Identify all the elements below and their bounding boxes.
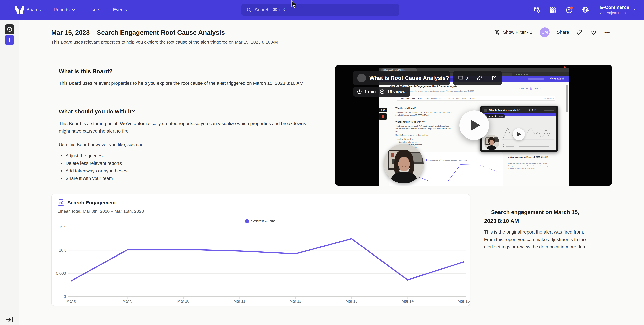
mixpanel-logo-icon[interactable] [15, 6, 24, 15]
nested-video-frame: What is Root Cause Analysis? ▭ 0 ⧉ ⇱ 18 … [480, 106, 558, 152]
chevron-down-icon [633, 8, 638, 12]
nav-item-label: Events [113, 7, 127, 12]
project-switcher[interactable]: E-Commerce All Project Data [600, 0, 638, 20]
video-open-external-icon[interactable] [491, 75, 497, 81]
mini-annotation-body: This is the original report the alert wa… [508, 162, 549, 170]
nested-webcam-bubble [484, 135, 499, 150]
search-shortcut: ⌘ + K [273, 7, 286, 12]
svg-text:Mar 10: Mar 10 [177, 299, 190, 303]
svg-text:5,000: 5,000 [56, 271, 66, 276]
filter-plus-icon [494, 29, 500, 35]
svg-text:15K: 15K [59, 225, 66, 229]
video-title: What is Root Cause Analysis? [370, 75, 449, 81]
sidebar-divider [0, 312, 19, 312]
expand-sidebar-icon[interactable] [5, 316, 14, 325]
section-heading: What should you do with it? [59, 108, 135, 115]
more-options-button[interactable]: ••• [604, 30, 610, 35]
favorite-heart-icon[interactable] [590, 29, 597, 35]
search-input[interactable]: Search ⌘ + K [242, 4, 399, 16]
nav-item-label: Boards [26, 7, 41, 12]
show-filter-label: Show Filter • 1 [503, 30, 532, 35]
share-button[interactable]: Share [557, 30, 569, 35]
nav-item-label: Reports [54, 7, 70, 12]
video-duration: 1 min [364, 89, 376, 94]
svg-text:?: ? [568, 8, 570, 12]
list-intro: Use this Board however you like, such as… [59, 141, 145, 148]
search-placeholder: Search [255, 7, 270, 12]
board-header-controls: Show Filter • 1 CM Share ••• [494, 27, 610, 38]
nav-item-reports[interactable]: Reports [54, 7, 76, 12]
nav-item-users[interactable]: Users [88, 7, 100, 12]
list-item: Add takeaways or hypotheses [59, 167, 127, 175]
list-item: Adjust the queries [59, 152, 127, 159]
report-title[interactable]: Search Engagement [68, 200, 116, 206]
explore-boards-button[interactable] [4, 24, 14, 34]
video-play-button[interactable] [460, 110, 489, 140]
video-avatar [357, 74, 366, 82]
nested-play-button [513, 128, 525, 140]
compass-icon [6, 26, 12, 32]
annotation-title: ← Search engagement on March 15, 2023 8:… [484, 208, 585, 226]
video-title-pill: What is Root Cause Analysis? [353, 71, 450, 85]
plus-icon: + [8, 37, 12, 43]
page-title: Mar 15, 2023 – Search Engagement Root Ca… [51, 29, 225, 36]
play-icon [471, 120, 480, 131]
list-item: Delete less relevant reports [59, 159, 127, 167]
section-heading: What is this Board? [59, 68, 112, 74]
svg-text:Mar 13: Mar 13 [346, 299, 358, 303]
video-player[interactable]: Mar 15, 2023 – Search Enga… + Boards Rep… [335, 65, 612, 186]
top-nav-bar: Boards Reports Users Events Search ⌘ + K [0, 0, 644, 20]
webcam-bubble [384, 144, 424, 184]
svg-text:0: 0 [64, 295, 66, 299]
nav-item-events[interactable]: Events [113, 7, 127, 12]
avatar[interactable]: CM [540, 27, 550, 37]
svg-text:Mar 9: Mar 9 [122, 299, 132, 303]
chevron-down-icon [72, 7, 76, 12]
create-new-button[interactable]: + [4, 35, 14, 45]
settings-gear-icon[interactable] [578, 0, 594, 20]
mini-header-controls: ⧩ Hide Filter CM Share ♡⋯ [519, 87, 544, 90]
mixpanel-board-page: Boards Reports Users Events Search ⌘ + K [0, 0, 644, 325]
report-card: Search Engagement Linear, total, Mar 8th… [51, 194, 470, 306]
section-body: This Board uses relevant properties to h… [59, 79, 308, 87]
help-icon[interactable]: ? [561, 0, 578, 20]
nav-item-boards[interactable]: Boards [26, 7, 41, 12]
data-management-icon[interactable] [529, 0, 545, 20]
list-item: Share it with your team [59, 175, 127, 182]
mouse-cursor [290, 0, 298, 9]
project-name: E-Commerce [600, 5, 629, 10]
svg-text:Mar 14: Mar 14 [402, 299, 414, 303]
mini-annotation-title: ← Search usage on March 15, 2023 8:10 AM [508, 156, 550, 158]
line-chart-icon [57, 199, 65, 207]
page-subtitle: This Board uses relevant properties to h… [51, 40, 278, 45]
nav-item-label: Users [88, 7, 100, 12]
svg-text:10K: 10K [59, 248, 66, 253]
report-subtitle: Linear, total, Mar 8th, 2020 – Mar 15th,… [58, 209, 144, 214]
recording-dot-icon [564, 66, 566, 68]
usage-bullet-list: Adjust the queries Delete less relevant … [59, 152, 127, 182]
left-sidebar: + [0, 20, 19, 325]
video-copy-link-icon[interactable] [476, 75, 482, 81]
mini-controls-bar: Mar 9, 2023 – Mar 15, 2023 Today Yesterd… [396, 96, 556, 101]
project-scope: All Project Data [600, 11, 629, 15]
search-icon [246, 7, 252, 13]
svg-text:Mar 15: Mar 15 [458, 299, 470, 303]
line-chart: 05,00010K15KMar 8Mar 9Mar 10Mar 11Mar 12… [52, 216, 470, 306]
video-views: 19 views [387, 89, 405, 94]
video-actions-pill: 0 [453, 71, 502, 85]
annotation-body: This is the original report the alert wa… [484, 228, 592, 251]
apps-grid-icon[interactable] [545, 0, 561, 20]
stop-recording-icon [379, 113, 387, 119]
show-filter-button[interactable]: Show Filter • 1 [494, 29, 532, 35]
video-comments-button[interactable]: 0 [458, 75, 468, 81]
recording-timestamp: 0:08 [379, 108, 387, 112]
video-stats-pill: 1 min 19 views [353, 87, 410, 96]
section-body: This Board is a starting point. We've au… [59, 120, 314, 135]
copy-link-icon[interactable] [576, 29, 583, 35]
svg-text:Mar 11: Mar 11 [234, 299, 245, 303]
svg-text:Mar 12: Mar 12 [290, 299, 302, 303]
svg-text:Mar 8: Mar 8 [66, 299, 76, 303]
